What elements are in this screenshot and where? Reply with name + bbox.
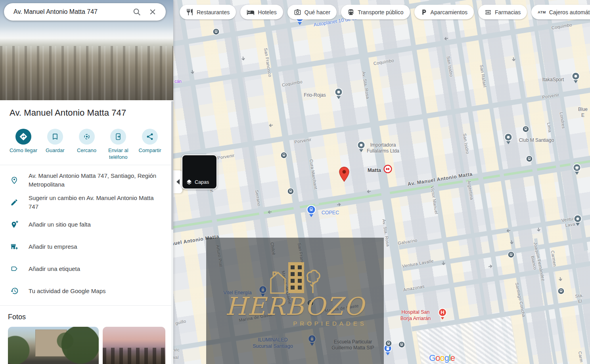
poi-pin[interactable] [573,214,582,228]
share-icon [142,129,158,145]
photo-thumbnail[interactable] [103,327,165,364]
watermark-subtitle: PROPIEDADES [293,320,366,327]
chip-cajeros-autom-ticos[interactable]: ATMCajeros automáticos [531,5,590,19]
chip-label: Qué hacer [305,9,330,15]
street-direction-arrow [439,260,447,267]
street-direction-arrow [508,239,515,246]
metro-logo[interactable] [383,165,392,175]
bus-stop[interactable] [557,288,565,296]
clear-search-button[interactable] [147,6,159,18]
place-panel: Av. Manuel Antonio Matta 747 Av. Manuel … [0,0,173,364]
street-direction-arrow [487,263,494,271]
street-direction-arrow [188,69,196,75]
add-business-icon [0,242,29,251]
google-logo-letter: g [444,353,449,363]
atm-icon: ATM [538,10,546,14]
detail-text: Av. Manuel Antonio Matta 747, Santiago, … [29,172,173,189]
street-direction-arrow [534,227,542,233]
watermark-overlay: HERBOZO PROPIEDADES [206,238,384,364]
photos-heading: Fotos [0,306,173,327]
detail-item-5[interactable]: Tu actividad de Google Maps [0,280,173,302]
action-enviar-al-tel-fono[interactable]: Enviar al teléfono [103,129,134,161]
parking-icon [421,9,427,15]
svg-text:H: H [441,309,444,315]
detail-item-3[interactable]: Añadir tu empresa [0,236,173,258]
detail-text: Añadir un sitio que falta [29,220,104,229]
pencil-icon [0,198,29,206]
bus-stop[interactable] [526,155,533,164]
poi-pin[interactable] [356,141,366,154]
chip-transporte-p-blico[interactable]: Transporte público [341,5,410,19]
street-direction-arrow [510,56,517,63]
action-cercano[interactable]: Cercano [71,129,102,161]
detail-text: Añadir tu empresa [29,242,91,251]
chip-qu-hacer[interactable]: Qué hacer [287,5,337,19]
google-logo: Google [429,353,455,363]
add-place-icon [0,220,29,229]
restaurant-icon [186,8,193,16]
watermark-name: HERBOZO [225,295,364,318]
chip-hoteles[interactable]: Hoteles [240,5,283,19]
pharmacy-icon [485,9,492,16]
detail-item-2[interactable]: Añadir un sitio que falta [0,213,173,236]
bus-stop[interactable] [213,28,220,37]
detail-item-0[interactable]: Av. Manuel Antonio Matta 747, Santiago, … [0,169,173,191]
street-direction-arrow [505,227,511,234]
bus-stop[interactable] [508,251,515,260]
map-canvas[interactable]: PorvenirPorvenirPorvenirPorvenirCoquimbo… [173,0,590,364]
directions-icon [15,129,31,145]
search-button[interactable] [131,6,143,18]
close-icon [148,8,157,16]
bus-stop[interactable] [398,341,405,350]
page-title: Av. Manuel Antonio Matta 747 [0,100,173,124]
hospital-pin[interactable]: H [437,308,448,322]
label-icon [0,265,29,273]
send-to-phone-icon [110,129,126,145]
panel-scrollbar-thumb[interactable] [171,101,173,230]
search-input[interactable]: Av. Manuel Antonio Matta 747 [13,8,127,15]
poi-pin[interactable] [334,88,343,101]
detail-item-1[interactable]: Sugerir un cambio en Av. Manuel Antonio … [0,191,173,213]
google-logo-letter: e [450,353,455,363]
place-details-list: Av. Manuel Antonio Matta 747, Santiago, … [0,165,173,305]
photo-thumbnail[interactable] [8,327,99,364]
layers-button-label: Capas [195,179,209,185]
action-c-mo-llegar[interactable]: Cómo llegar [8,129,39,161]
detail-text: Sugerir un cambio en Av. Manuel Antonio … [29,194,173,211]
category-chip-bar: RestaurantesHotelesQué hacerTransporte p… [180,5,590,19]
poi-pin[interactable] [571,72,580,85]
red-marker[interactable] [339,166,350,183]
bus-stop[interactable] [385,340,392,349]
street-direction-arrow [266,208,273,216]
collapse-panel-button[interactable] [173,170,182,193]
chip-label: Hoteles [258,9,276,15]
blue-transit-pin[interactable] [306,205,316,219]
street-direction-arrow [366,187,372,195]
action-guardar[interactable]: Guardar [40,129,71,161]
chip-label: Farmacias [495,9,521,15]
bus-stop[interactable] [287,188,294,196]
camera-icon [294,8,301,16]
chip-restaurantes[interactable]: Restaurantes [180,5,236,19]
poi-pin[interactable] [504,133,513,146]
chip-label: Transporte público [358,9,403,15]
action-label: Guardar [46,147,65,154]
chip-label: Restaurantes [197,9,230,15]
chip-aparcamientos[interactable]: Aparcamientos [414,5,474,19]
bus-stop[interactable] [522,126,529,134]
chip-label: Cajeros automáticos [549,9,590,15]
bookmark-icon [47,129,63,145]
bus-stop[interactable] [280,152,287,160]
layers-button[interactable]: Capas [182,154,217,189]
action-compartir[interactable]: Compartir [134,129,165,161]
chip-label: Aparcamientos [431,9,467,15]
transit-icon [347,9,354,16]
search-bar[interactable]: Av. Manuel Antonio Matta 747 [4,3,166,21]
chip-farmacias[interactable]: Farmacias [478,5,527,19]
google-logo-letter: G [429,353,435,363]
action-label: Enviar al teléfono [103,147,134,161]
chevron-left-icon [176,179,180,185]
detail-item-4[interactable]: Añadir una etiqueta [0,258,173,280]
school-pin[interactable] [572,163,582,177]
search-icon [132,8,141,16]
